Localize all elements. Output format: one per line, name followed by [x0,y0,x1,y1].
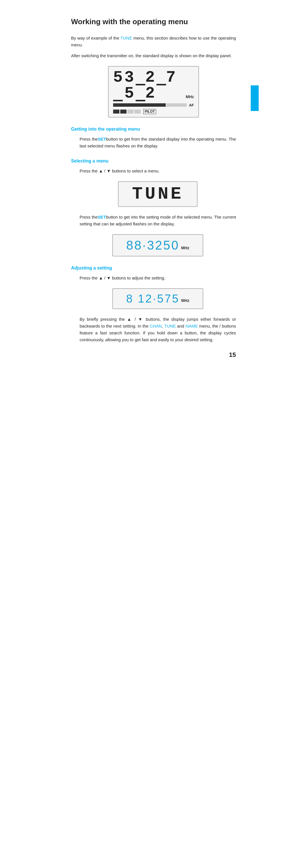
freq-adjusted-display: 8 12·575 MHz [112,288,203,309]
freq-setting-mhz: MHz [181,246,189,250]
set-button-2: SET [98,215,106,219]
selecting-menu-text2: Press theSETbutton to get into the setti… [79,214,236,227]
adj-middle1: , [162,323,164,329]
tune-link: TUNE [121,36,132,40]
slash-up-3: ▲ [127,317,133,321]
getting-into-heading: Getting into the operating menu [71,127,236,132]
pilot-block-2 [120,110,127,114]
set-before-2: Press the [79,215,98,219]
selecting-menu-heading: Selecting a menu [71,158,236,164]
slash-up-2: ▲ [99,276,103,280]
chan-link: CHAN [150,323,162,329]
freq-adjusted-row: 8 12·575 MHz [118,292,198,305]
standard-freq: 53​̲2​̲7​̲5​̲2 [113,69,184,101]
tune-name-text: TUNE [132,185,184,203]
pilot-label: PILOT [143,109,156,114]
page-number: 15 [229,351,236,359]
tune-name-display: TUNE [118,181,198,207]
adjusting-para: By briefly pressing the ▲ / ▼ buttons, t… [79,316,236,343]
slash-up-1: ▲ [99,168,103,173]
name-link: NAME [185,323,198,329]
accent-bar [251,85,259,111]
adjusting-text: Press the ▲ / ▼ buttons to adjust the se… [79,275,236,281]
af-bar-row: AF [113,103,194,107]
pilot-block-3 [127,110,134,114]
standard-display: 53​̲2​̲7​̲5​̲2 MHz AF PILOT [108,66,199,118]
bar-filled [113,103,166,107]
slash-down-1: ▼ [107,168,111,173]
intro-para1-before: By way of example of the [71,36,121,40]
pilot-row: PILOT [113,109,194,114]
selecting-menu-section: Press the ▲ / ▼ buttons to select a menu… [71,167,236,256]
freq-setting-row: 88·3250 MHz [118,238,198,252]
af-label: AF [189,103,194,107]
pilot-block-4 [134,110,141,114]
getting-into-text: Press theSETbutton to get from the stand… [79,136,236,149]
adj-middle2: and [177,323,185,329]
intro-para1: By way of example of the TUNE menu, this… [71,35,236,49]
tune-link-2: TUNE [164,323,176,329]
getting-into-section: Press theSETbutton to get from the stand… [71,136,236,149]
freq-row: 53​̲2​̲7​̲5​̲2 MHz [113,69,194,101]
bar-empty [166,103,187,107]
getting-into-before: Press the [79,136,98,142]
freq-adjusted-mhz: MHz [181,298,189,303]
intro-para2: After switching the transmitter on, the … [71,52,236,59]
adjusting-section: Press the ▲ / ▼ buttons to adjust the se… [71,275,236,343]
af-bar [113,103,187,107]
freq-adjusted-text: 8 12·575 [126,292,180,305]
slash-down-3: ▼ [138,317,143,321]
freq-setting-display: 88·3250 MHz [112,234,203,256]
slash-down-2: ▼ [107,276,111,280]
page-title: Working with the operating menu [71,17,236,27]
adjusting-heading: Adjusting a setting [71,266,236,271]
freq-setting-text: 88·3250 [126,238,179,252]
set-button-1: SET [98,136,106,142]
standard-mhz: MHz [185,94,194,99]
pilot-block-1 [113,110,120,114]
selecting-menu-text: Press the ▲ / ▼ buttons to select a menu… [79,167,236,175]
